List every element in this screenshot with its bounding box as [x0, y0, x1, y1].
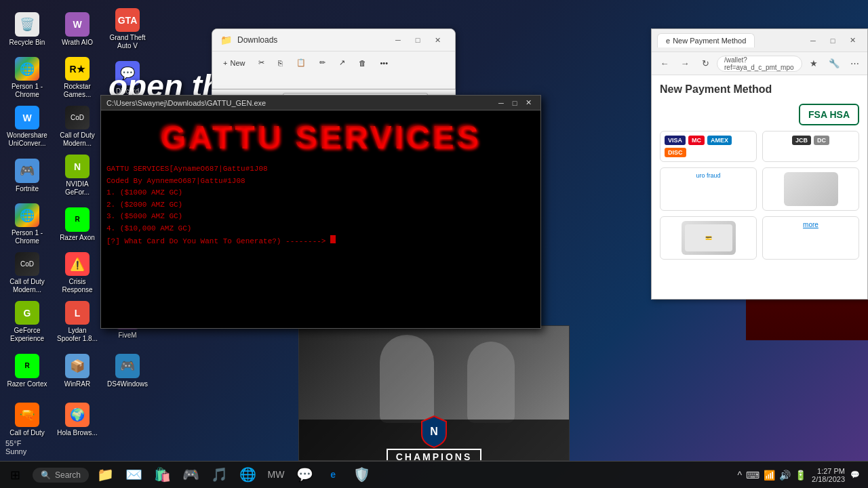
- browser-maximize[interactable]: □: [823, 31, 842, 50]
- desktop-icon-chrome[interactable]: 🌐 Person 1 - Chrome: [3, 54, 52, 102]
- edge-tab-icon: e: [666, 37, 670, 45]
- taskbar-mw[interactable]: MW: [262, 462, 290, 489]
- payment-card-fraud[interactable]: uro fraud: [660, 167, 757, 211]
- taskbar-avast[interactable]: 🛡️: [348, 462, 375, 489]
- payment-card-extra[interactable]: 💳: [660, 216, 757, 260]
- clock-date: 2/18/2023: [812, 475, 845, 483]
- tray-up-icon[interactable]: ^: [737, 470, 742, 481]
- taskbar-discord[interactable]: 💬: [291, 462, 318, 489]
- notification-icon[interactable]: 💬: [850, 470, 860, 479]
- maximize-button[interactable]: □: [408, 30, 427, 49]
- browser-minimize[interactable]: ─: [804, 31, 823, 50]
- payment-card-gift[interactable]: JCB DC: [762, 131, 859, 162]
- terminal-close[interactable]: ✕: [521, 96, 535, 110]
- chrome-label: Person 1 - Chrome: [5, 83, 49, 99]
- minimize-button[interactable]: ─: [389, 30, 408, 49]
- bookmark-icon[interactable]: ★: [805, 55, 823, 73]
- desktop-icon-codmw[interactable]: CoD Call of Duty Modern...: [3, 249, 52, 297]
- browser-refresh[interactable]: ↻: [696, 55, 714, 73]
- terminal-line-6: 4. ($10,000 AMZ GC): [106, 223, 535, 235]
- person1-label: Person 1 - Chrome: [5, 229, 49, 245]
- payment-card-more[interactable]: [762, 167, 859, 211]
- desktop-icon-codmw2[interactable]: CoD Call of Duty Modern...: [53, 103, 102, 150]
- more-link[interactable]: more: [803, 221, 818, 228]
- taskbar-spotify[interactable]: 🎵: [205, 462, 233, 489]
- desktop-icon-geforce[interactable]: G GeForce Experience: [3, 298, 52, 346]
- wraith-icon: W: [65, 12, 90, 37]
- taskbar-mail[interactable]: ✉️: [120, 462, 147, 489]
- desktop-icon-razer-axon[interactable]: R Razer Axon: [53, 201, 102, 248]
- razer-axon-icon: R: [65, 207, 90, 232]
- fivem2-label: FiveM: [118, 331, 136, 340]
- fsa-hsa-box[interactable]: FSA HSA: [799, 104, 859, 125]
- hola-icon: 🌍: [65, 403, 90, 427]
- taskbar-xbox[interactable]: 🎮: [177, 462, 204, 489]
- settings-icon[interactable]: ⋯: [846, 55, 863, 73]
- desktop-icon-wondershare[interactable]: W Wondershare UniConver...: [3, 103, 52, 150]
- browser-titlebar: e New Payment Method ─ □ ✕: [652, 29, 867, 52]
- taskbar-search-bar[interactable]: 🔍 Search: [33, 468, 89, 483]
- cut-button[interactable]: ✂: [253, 56, 270, 69]
- browser-tab-title: New Payment Method: [673, 37, 746, 45]
- codmw2-icon: CoD: [65, 106, 90, 129]
- wondershare-icon: W: [15, 106, 39, 129]
- discord-icon: 💬: [115, 61, 140, 85]
- desktop-icon-nvidia[interactable]: N NVIDIA GeFor...: [53, 152, 102, 199]
- desktop-icon-person1[interactable]: 🌐 Person 1 - Chrome: [3, 201, 52, 248]
- razer-cortex-icon: R: [15, 354, 39, 378]
- terminal-maximize[interactable]: □: [508, 96, 521, 110]
- desktop-icon-lydan[interactable]: L Lydan Spoofer 1.8...: [53, 298, 102, 346]
- desktop-icon-ds4[interactable]: 🎮 DS4Windows: [103, 347, 152, 394]
- ds4-label: DS4Windows: [107, 380, 148, 388]
- desktop-icon-fortnite[interactable]: 🎮 Fortnite: [3, 152, 52, 199]
- clock-widget: 1:27 PM 2/18/2023: [812, 467, 845, 483]
- terminal-prompt[interactable]: [?] What Card Do You Want To Generate?) …: [106, 235, 535, 245]
- copy-button[interactable]: ⎘: [273, 57, 288, 69]
- taskbar-explorer[interactable]: 📁: [92, 462, 119, 489]
- share-button[interactable]: ↗: [334, 56, 351, 69]
- downloads-titlebar: 📁 Downloads ─ □ ✕: [212, 29, 455, 51]
- terminal-minimize[interactable]: ─: [494, 96, 508, 110]
- desktop-icon-razer-cortex[interactable]: R Razer Cortex: [3, 347, 52, 394]
- payment-card-visa-mc[interactable]: VISA MC AMEX DISC: [660, 131, 757, 162]
- taskbar-chrome[interactable]: 🌐: [234, 462, 261, 489]
- gattu-header-text: GATTU SERVICES: [106, 116, 535, 159]
- start-button[interactable]: ⊞: [0, 462, 30, 489]
- wondershare-label: Wondershare UniConver...: [5, 131, 49, 148]
- taskbar-edge[interactable]: e: [319, 462, 347, 489]
- browser-tab[interactable]: e New Payment Method: [657, 33, 755, 47]
- desktop-icon-winrar[interactable]: 📦 WinRAR: [53, 347, 102, 394]
- extensions-icon[interactable]: 🔧: [825, 55, 843, 73]
- url-bar[interactable]: /wallet?ref=aya_d_c_pmt_mpo: [717, 56, 802, 72]
- taskbar-store[interactable]: 🛍️: [149, 462, 176, 489]
- desktop-icon-recycle-bin[interactable]: 🗑️ Recycle Bin: [3, 5, 52, 53]
- card-image: [784, 172, 838, 206]
- codmw-label: Call of Duty Modern...: [5, 278, 49, 294]
- champions-text: CHAMPIONS: [387, 449, 482, 461]
- ds4-icon: 🎮: [115, 354, 140, 378]
- fortnite-icon: 🎮: [15, 159, 39, 183]
- browser-close[interactable]: ✕: [843, 31, 862, 50]
- delete-button[interactable]: 🗑: [353, 57, 372, 69]
- payment-card-more2[interactable]: more: [762, 216, 859, 260]
- desktop-icon-crisis[interactable]: ⚠️ Crisis Response: [53, 249, 102, 297]
- rename-button[interactable]: ✏: [314, 56, 331, 69]
- fraud-link[interactable]: uro fraud: [696, 172, 720, 179]
- tray-sound-icon[interactable]: 🔊: [779, 470, 791, 481]
- payment-title: New Payment Method: [660, 83, 859, 96]
- desktop-icon-hola[interactable]: 🌍 Hola Brows...: [53, 396, 102, 443]
- tray-network-icon[interactable]: 📶: [764, 470, 775, 481]
- desktop-icon-wraith[interactable]: W Wrath AIO: [53, 5, 102, 53]
- tray-battery-icon[interactable]: 🔋: [795, 470, 806, 481]
- url-text: /wallet?ref=aya_d_c_pmt_mpo: [724, 56, 795, 71]
- paste-button[interactable]: 📋: [291, 56, 311, 69]
- desktop-icon-gta[interactable]: GTA Grand Theft Auto V: [103, 5, 152, 53]
- terminal-output: GATTU SERVICES[AynameO687|Gattu#1J08 Cod…: [106, 163, 535, 235]
- desktop-icon-rockstar[interactable]: R★ Rockstar Games...: [53, 54, 102, 102]
- browser-back[interactable]: ←: [656, 55, 673, 73]
- new-button[interactable]: + New: [218, 57, 250, 69]
- close-button[interactable]: ✕: [428, 30, 447, 49]
- more-button[interactable]: •••: [374, 57, 393, 69]
- browser-forward[interactable]: →: [676, 55, 694, 73]
- nfl-thumbnail: N CHAMPIONS: [298, 325, 570, 461]
